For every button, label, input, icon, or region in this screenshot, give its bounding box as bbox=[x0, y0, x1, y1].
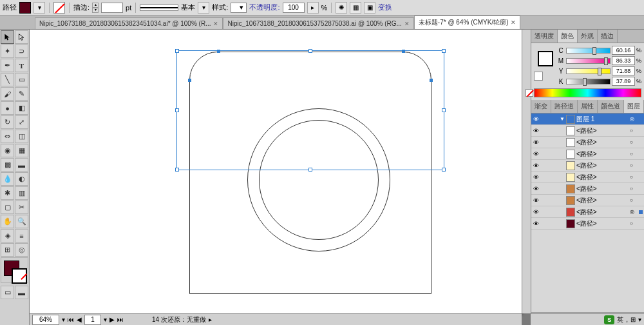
handle[interactable] bbox=[175, 168, 179, 172]
m-input[interactable] bbox=[612, 56, 635, 65]
visibility-icon[interactable]: 👁 bbox=[531, 174, 540, 181]
tab-stroke[interactable]: 描边 bbox=[598, 30, 618, 43]
handle[interactable] bbox=[175, 49, 179, 53]
tab-transparency[interactable]: 透明度 bbox=[531, 30, 558, 43]
perspective-tool[interactable]: ▦ bbox=[15, 144, 28, 157]
visibility-icon[interactable]: 👁 bbox=[531, 128, 540, 134]
rotate-tool[interactable]: ↻ bbox=[1, 115, 14, 129]
layer-row[interactable]: 👁<路径>○ bbox=[531, 183, 644, 195]
ime-lang[interactable]: 英 bbox=[617, 315, 623, 324]
layer-row[interactable]: 👁<路径>○ bbox=[531, 160, 644, 172]
handle[interactable] bbox=[442, 108, 446, 112]
visibility-icon[interactable]: 👁 bbox=[531, 221, 540, 227]
k-input[interactable] bbox=[612, 77, 635, 86]
visibility-icon[interactable]: 👁 bbox=[531, 162, 540, 169]
layer-row[interactable]: 👁<路径>○ bbox=[531, 195, 644, 206]
target-icon[interactable]: ○ bbox=[630, 186, 638, 192]
mesh-tool[interactable]: ▩ bbox=[1, 158, 14, 172]
eyedropper-tool[interactable]: 💧 bbox=[1, 172, 14, 186]
tab-appearance[interactable]: 外观 bbox=[578, 30, 598, 43]
anchor-point[interactable] bbox=[217, 50, 220, 53]
panel-stroke-swatch[interactable] bbox=[538, 51, 553, 66]
page-dropdown-icon[interactable]: ▾ bbox=[104, 316, 107, 323]
tab-doc-3[interactable]: 未标题-7* @ 64% (CMYK/轮廓)✕ bbox=[414, 15, 521, 29]
lasso-tool[interactable]: ⊃ bbox=[15, 44, 28, 58]
visibility-icon[interactable]: 👁 bbox=[531, 186, 540, 192]
scale-tool[interactable]: ⤢ bbox=[15, 115, 28, 129]
nav-last-icon[interactable]: ⏭ bbox=[117, 316, 124, 323]
handle[interactable] bbox=[308, 168, 312, 172]
isolate-icon[interactable]: ▣ bbox=[364, 2, 375, 14]
shape-builder-tool[interactable]: ◉ bbox=[1, 144, 14, 157]
symbol-spray-tool[interactable]: ✱ bbox=[1, 186, 14, 200]
rectangle-tool[interactable]: ▭ bbox=[15, 73, 28, 86]
style-dropdown[interactable]: ▾ bbox=[231, 3, 247, 13]
tab-layers[interactable]: 图层 bbox=[624, 100, 644, 113]
visibility-icon[interactable]: 👁 bbox=[531, 116, 540, 123]
graph-tool[interactable]: ▥ bbox=[15, 186, 28, 200]
visibility-icon[interactable]: 👁 bbox=[531, 139, 540, 146]
pen-tool[interactable]: ✒ bbox=[1, 59, 14, 72]
y-slider[interactable] bbox=[566, 68, 611, 74]
tab-swatches[interactable]: 颜色道 bbox=[598, 100, 624, 113]
misc-tool-1[interactable]: ⊞ bbox=[1, 243, 14, 257]
nav-prev-icon[interactable]: ◀ bbox=[77, 316, 82, 323]
opacity-input[interactable] bbox=[283, 3, 305, 13]
target-icon[interactable]: ○ bbox=[630, 174, 638, 180]
close-icon[interactable]: ✕ bbox=[213, 21, 218, 27]
selection-indicator[interactable] bbox=[638, 210, 644, 214]
direct-selection-tool[interactable] bbox=[15, 30, 28, 44]
target-icon[interactable]: ◎ bbox=[630, 209, 638, 215]
stroke-preview[interactable] bbox=[140, 5, 178, 11]
tab-gradient[interactable]: 渐变 bbox=[531, 100, 551, 113]
target-icon[interactable]: ○ bbox=[630, 221, 638, 226]
layer-row[interactable]: 👁<路径>○ bbox=[531, 137, 644, 148]
target-icon[interactable]: ○ bbox=[630, 139, 638, 145]
m-slider[interactable] bbox=[566, 58, 611, 64]
stroke-spinner[interactable]: ▴▾ bbox=[92, 3, 99, 13]
visibility-icon[interactable]: 👁 bbox=[531, 209, 540, 215]
layer-row[interactable]: 👁<路径>○ bbox=[531, 148, 644, 160]
k-slider[interactable] bbox=[566, 79, 611, 84]
opacity-stepper[interactable]: ▸ bbox=[307, 2, 319, 14]
status-dropdown-icon[interactable]: ▸ bbox=[209, 316, 212, 323]
close-icon[interactable]: ✕ bbox=[404, 21, 410, 27]
target-icon[interactable]: ◎ bbox=[630, 116, 638, 122]
spectrum-none[interactable] bbox=[526, 89, 533, 97]
handle[interactable] bbox=[442, 168, 446, 172]
eraser-tool[interactable]: ◧ bbox=[15, 101, 28, 115]
scrollbar-vertical[interactable] bbox=[522, 30, 531, 313]
slice-tool[interactable]: ✂ bbox=[15, 201, 28, 214]
spectrum-bar[interactable] bbox=[534, 88, 641, 97]
line-tool[interactable]: ╲ bbox=[1, 73, 14, 86]
gradient-tool[interactable]: ▬ bbox=[15, 158, 28, 172]
blend-tool[interactable]: ◐ bbox=[15, 172, 28, 186]
none-swatch[interactable] bbox=[534, 72, 543, 81]
zoom-input[interactable] bbox=[32, 315, 59, 325]
page-input[interactable] bbox=[84, 315, 101, 325]
zoom-tool[interactable]: 🔍 bbox=[15, 215, 28, 228]
c-slider[interactable] bbox=[566, 48, 611, 54]
width-tool[interactable]: ⇔ bbox=[1, 130, 14, 143]
nav-first-icon[interactable]: ⏮ bbox=[68, 316, 74, 323]
anchor-point[interactable] bbox=[402, 50, 405, 53]
layer-row[interactable]: 👁<路径>○ bbox=[531, 218, 644, 230]
color-tools[interactable] bbox=[1, 257, 28, 283]
layer-row[interactable]: 👁<路径>◎ bbox=[531, 206, 644, 218]
tab-color[interactable]: 颜色 bbox=[558, 30, 578, 43]
ime-badge[interactable]: S bbox=[604, 315, 614, 324]
y-input[interactable] bbox=[612, 66, 635, 75]
nav-next-icon[interactable]: ▶ bbox=[109, 316, 115, 323]
anchor-point[interactable] bbox=[188, 79, 191, 82]
transform-link[interactable]: 变换 bbox=[378, 3, 392, 12]
recolor-icon[interactable]: ✺ bbox=[336, 2, 347, 14]
visibility-icon[interactable]: 👁 bbox=[531, 197, 540, 204]
artboard[interactable] bbox=[30, 30, 522, 313]
screen-mode-2[interactable]: ▬ bbox=[15, 286, 28, 299]
pencil-tool[interactable]: ✎ bbox=[15, 87, 28, 101]
print-tool[interactable]: ◈ bbox=[1, 229, 14, 242]
target-icon[interactable]: ○ bbox=[630, 128, 638, 133]
anchor-point[interactable] bbox=[430, 79, 433, 82]
selection-box[interactable] bbox=[176, 50, 444, 170]
layer-row[interactable]: 👁▼图层 1◎ bbox=[531, 113, 644, 125]
